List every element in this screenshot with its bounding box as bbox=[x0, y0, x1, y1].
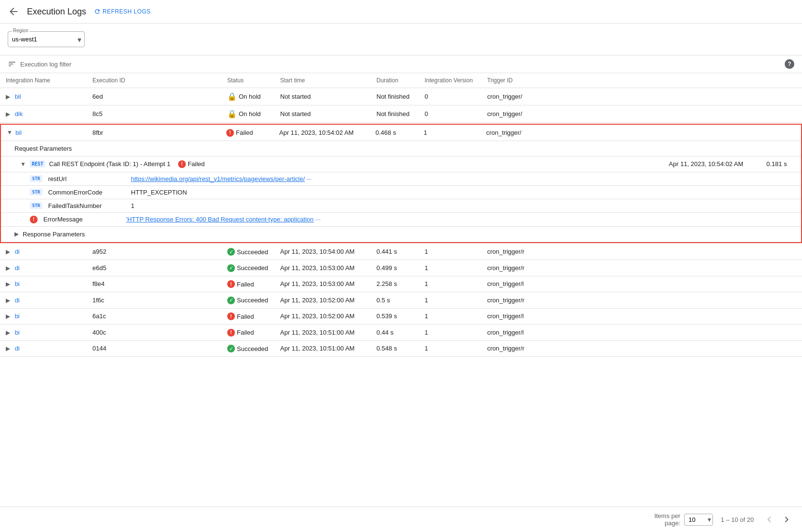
failed-icon: ! bbox=[227, 329, 235, 337]
col-integration-version: Integration Version bbox=[419, 73, 481, 88]
col-execution-id: Execution ID bbox=[87, 73, 221, 88]
refresh-logs-button[interactable]: REFRESH LOGS bbox=[94, 8, 151, 15]
filter-bar: Execution log filter ? bbox=[0, 55, 802, 73]
row-expand-button[interactable]: ▶ bbox=[6, 297, 10, 304]
success-icon: ✓ bbox=[227, 264, 235, 272]
success-icon: ✓ bbox=[227, 297, 235, 304]
task-start-time: Apr 11, 2023, 10:54:02 AM bbox=[669, 160, 743, 168]
status-badge: ! Failed bbox=[227, 312, 254, 320]
failed-icon: ! bbox=[227, 280, 235, 288]
onhold-icon: 🔒 bbox=[227, 109, 237, 118]
integration-link[interactable]: di bbox=[15, 264, 20, 272]
integration-link[interactable]: di bbox=[15, 297, 20, 304]
row-collapse-button[interactable]: ▼ bbox=[7, 129, 13, 136]
table-header-row: Integration Name Execution ID Status Sta… bbox=[0, 73, 802, 88]
filter-icon bbox=[8, 60, 16, 68]
integration-link[interactable]: bi bbox=[15, 329, 20, 336]
refresh-label: REFRESH LOGS bbox=[103, 8, 151, 15]
param-value[interactable]: https://wikimedia.org/api/rest_v1/metric… bbox=[131, 175, 312, 182]
param-value[interactable]: 'HTTP Response Errors: 400 Bad Request c… bbox=[126, 216, 321, 223]
row-expand-button[interactable]: ▶ bbox=[6, 93, 10, 100]
back-button[interactable] bbox=[8, 6, 19, 17]
status-badge: ✓ Succeeded bbox=[227, 248, 268, 256]
page-title: Execution Logs bbox=[27, 7, 86, 17]
table-row: ▶ bi 400c ! Failed Apr 11, 2023, 10:51:0… bbox=[0, 324, 802, 341]
row-expand-button[interactable]: ▶ bbox=[6, 313, 10, 320]
param-value: 1 bbox=[131, 202, 134, 209]
integration-link[interactable]: bi bbox=[15, 312, 20, 320]
table-row: ▶ di a952 ✓ Succeeded Apr 11, 2023, 10:5… bbox=[0, 244, 802, 260]
execution-table: Integration Name Execution ID Status Sta… bbox=[0, 73, 802, 357]
onhold-icon: 🔒 bbox=[227, 92, 237, 101]
param-key: CommonErrorCode bbox=[48, 189, 125, 196]
integration-link[interactable]: dik bbox=[15, 110, 23, 117]
row-expand-button[interactable]: ▶ bbox=[6, 329, 10, 336]
region-label: Region bbox=[12, 28, 29, 33]
table-row: ▶ dik 8c5 🔒 On hold Not started Not fini… bbox=[0, 105, 802, 123]
row-expand-button[interactable]: ▶ bbox=[6, 345, 10, 352]
col-duration: Duration bbox=[371, 73, 419, 88]
param-key: restUrl bbox=[48, 175, 125, 182]
status-badge: ! Failed bbox=[178, 160, 205, 168]
response-expand-button[interactable]: ▶ bbox=[14, 231, 19, 237]
response-params-header: ▶ Response Parameters bbox=[1, 227, 801, 242]
row-expand-button[interactable]: ▶ bbox=[6, 281, 10, 287]
header: Execution Logs REFRESH LOGS bbox=[0, 0, 802, 24]
failed-icon: ! bbox=[226, 129, 234, 137]
status-badge: ✓ Succeeded bbox=[227, 264, 268, 272]
status-badge: ✓ Succeeded bbox=[227, 297, 268, 304]
success-icon: ✓ bbox=[227, 248, 235, 256]
row-expand-button[interactable]: ▶ bbox=[6, 111, 10, 117]
request-params-header: Request Parameters bbox=[1, 141, 801, 156]
table-row: ▶ di e6d5 ✓ Succeeded Apr 11, 2023, 10:5… bbox=[0, 260, 802, 276]
str-badge: STR bbox=[30, 175, 42, 182]
status-badge: ! Failed bbox=[227, 280, 254, 288]
param-key: ErrorMessage bbox=[43, 216, 120, 223]
failed-icon: ! bbox=[227, 312, 235, 320]
row-expand-button[interactable]: ▶ bbox=[6, 265, 10, 272]
help-icon[interactable]: ? bbox=[785, 59, 794, 69]
param-key: FailedlTaskNumber bbox=[48, 202, 125, 209]
table-row: ▶ bil 6ed 🔒 On hold Not started Not fini… bbox=[0, 88, 802, 105]
str-badge: STR bbox=[30, 202, 42, 209]
col-integration-name: Integration Name bbox=[0, 73, 87, 88]
status-badge: 🔒 On hold bbox=[227, 109, 261, 118]
failed-icon: ! bbox=[178, 160, 186, 168]
task-duration: 0.181 s bbox=[766, 160, 795, 168]
col-status: Status bbox=[221, 73, 274, 88]
task-label: Call REST Endpoint (Task ID: 1) - Attemp… bbox=[49, 160, 170, 168]
success-icon: ✓ bbox=[227, 345, 235, 352]
region-dropdown-icon: ▾ bbox=[78, 35, 81, 44]
integration-link[interactable]: di bbox=[15, 345, 20, 352]
integration-link[interactable]: di bbox=[15, 248, 20, 255]
sub-expand-button[interactable]: ▼ bbox=[20, 161, 26, 168]
str-badge: STR bbox=[30, 189, 42, 195]
table-container: Integration Name Execution ID Status Sta… bbox=[0, 73, 802, 357]
table-row: ▶ di 1f6c ✓ Succeeded Apr 11, 2023, 10:5… bbox=[0, 292, 802, 309]
table-row: ▶ bi f8e4 ! Failed Apr 11, 2023, 10:53:0… bbox=[0, 276, 802, 292]
table-row: ▶ di 0144 ✓ Succeeded Apr 11, 2023, 10:5… bbox=[0, 340, 802, 357]
integration-link[interactable]: bil bbox=[15, 93, 21, 100]
param-value: HTTP_EXCEPTION bbox=[131, 189, 187, 196]
rest-badge: REST bbox=[30, 160, 45, 168]
row-expand-button[interactable]: ▶ bbox=[6, 248, 10, 255]
table-row: ▶ bi 6a1c ! Failed Apr 11, 2023, 10:52:0… bbox=[0, 308, 802, 324]
table-row-expanded: ▼ bil 8fbr ! Failed Apr 11, 2023, 10:54:… bbox=[0, 123, 802, 244]
col-trigger-id: Trigger ID bbox=[481, 73, 802, 88]
integration-link[interactable]: bil bbox=[15, 129, 22, 136]
error-icon: ! bbox=[30, 216, 38, 223]
col-start-time: Start time bbox=[274, 73, 371, 88]
region-select[interactable]: us-west1 us-east1 us-central1 europe-wes… bbox=[12, 32, 75, 47]
status-badge: ! Failed bbox=[227, 329, 254, 337]
region-section: Region us-west1 us-east1 us-central1 eur… bbox=[0, 24, 802, 55]
status-badge: 🔒 On hold bbox=[227, 92, 261, 101]
status-badge: ! Failed bbox=[226, 129, 253, 137]
status-badge: ✓ Succeeded bbox=[227, 345, 268, 352]
integration-link[interactable]: bi bbox=[15, 280, 20, 287]
filter-label[interactable]: Execution log filter bbox=[20, 61, 71, 68]
